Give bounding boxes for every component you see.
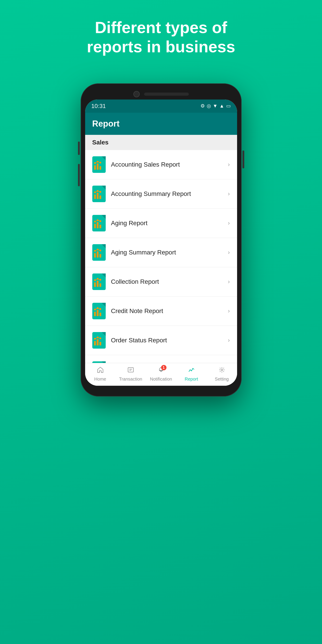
setting-icon xyxy=(218,367,226,375)
svg-rect-34 xyxy=(94,282,96,287)
chevron-icon-4: › xyxy=(228,249,230,256)
page-background-title: Different types ofreports in business xyxy=(45,18,277,56)
svg-rect-28 xyxy=(99,254,101,258)
report-item-accounting-summary[interactable]: Accounting Summary Report › xyxy=(85,179,237,209)
svg-rect-42 xyxy=(94,312,96,316)
phone-notch xyxy=(85,88,237,100)
app-header-title: Report xyxy=(92,119,230,128)
svg-rect-20 xyxy=(99,225,101,228)
front-camera xyxy=(133,91,140,97)
svg-rect-0 xyxy=(92,156,106,173)
chevron-icon-2: › xyxy=(228,190,230,197)
report-item-aging[interactable]: Aging Report › xyxy=(85,209,237,238)
section-header-label: Sales xyxy=(92,139,109,146)
report-icon-5 xyxy=(92,274,106,290)
report-item-aging-summary[interactable]: Aging Summary Report › xyxy=(85,238,237,267)
svg-rect-26 xyxy=(94,253,96,258)
svg-rect-4 xyxy=(99,166,101,170)
transaction-icon xyxy=(127,367,134,375)
svg-rect-66 xyxy=(129,370,131,370)
report-name-7: Order Status Report xyxy=(111,337,228,344)
home-icon xyxy=(97,367,104,375)
nav-label-setting: Setting xyxy=(215,376,229,382)
report-name-3: Aging Report xyxy=(111,220,228,227)
report-item-order-status[interactable]: Order Status Report › xyxy=(85,326,237,355)
svg-rect-35 xyxy=(97,281,98,287)
report-name-4: Aging Summary Report xyxy=(111,249,228,256)
report-name-6: Credit Note Report xyxy=(111,308,228,314)
svg-rect-16 xyxy=(92,215,106,232)
svg-point-68 xyxy=(190,370,191,370)
svg-rect-27 xyxy=(97,251,98,258)
nav-item-report[interactable]: Report xyxy=(176,366,207,382)
report-icon-6 xyxy=(92,303,106,319)
page-header: Different types ofreports in business xyxy=(0,0,322,70)
circle-icon: ◎ xyxy=(207,103,211,109)
svg-rect-44 xyxy=(99,312,101,316)
report-name-5: Collection Report xyxy=(111,278,228,285)
report-icon-8 xyxy=(92,361,106,363)
report-item-outstanding-so[interactable]: Outstanding SO Report › xyxy=(85,355,237,363)
svg-rect-64 xyxy=(128,368,133,372)
report-icon-2 xyxy=(92,186,106,202)
svg-rect-8 xyxy=(92,186,106,202)
nav-label-notification: Notification xyxy=(150,376,172,382)
volume-up-button xyxy=(78,142,80,155)
svg-rect-65 xyxy=(129,369,132,370)
signal-icon: ▲ xyxy=(219,103,224,109)
nav-label-report: Report xyxy=(185,376,198,382)
status-bar: 10:31 ⚙ ◎ ▼ ▲ ▭ xyxy=(85,100,237,113)
report-icon-3 xyxy=(92,215,106,232)
svg-rect-19 xyxy=(97,222,98,228)
phone-mockup: 10:31 ⚙ ◎ ▼ ▲ ▭ Report Sales xyxy=(81,84,242,396)
status-time: 10:31 xyxy=(91,103,106,110)
report-icon-7 xyxy=(92,332,106,348)
svg-rect-48 xyxy=(92,332,106,348)
svg-rect-3 xyxy=(97,164,98,170)
svg-rect-43 xyxy=(97,310,98,316)
nav-item-transaction[interactable]: Transaction xyxy=(115,366,146,382)
svg-rect-67 xyxy=(159,370,163,371)
svg-rect-12 xyxy=(99,196,101,199)
gear-status-icon: ⚙ xyxy=(200,103,205,109)
report-icon xyxy=(188,367,195,375)
svg-rect-32 xyxy=(92,274,106,290)
chevron-icon-6: › xyxy=(228,308,230,314)
svg-rect-51 xyxy=(97,339,98,346)
report-name-1: Accounting Sales Report xyxy=(111,161,228,168)
svg-rect-24 xyxy=(92,244,106,261)
svg-point-71 xyxy=(221,369,223,371)
notification-badge: 1 xyxy=(161,365,166,370)
nav-label-transaction: Transaction xyxy=(119,376,142,382)
nav-label-home: Home xyxy=(94,376,106,382)
status-icons: ⚙ ◎ ▼ ▲ ▭ xyxy=(200,103,231,109)
report-item-accounting-sales[interactable]: Accounting Sales Report › xyxy=(85,150,237,179)
nav-item-setting[interactable]: Setting xyxy=(207,366,237,382)
battery-icon: ▭ xyxy=(226,103,231,109)
report-icon-1 xyxy=(92,156,106,173)
svg-rect-52 xyxy=(99,342,101,346)
svg-rect-50 xyxy=(94,341,96,346)
phone-screen: 10:31 ⚙ ◎ ▼ ▲ ▭ Report Sales xyxy=(85,100,237,386)
svg-rect-10 xyxy=(94,194,96,199)
chevron-icon-7: › xyxy=(228,337,230,344)
nav-item-home[interactable]: Home xyxy=(85,366,115,382)
svg-rect-40 xyxy=(92,303,106,319)
chevron-icon-5: › xyxy=(228,278,230,285)
power-button xyxy=(243,150,244,168)
speaker xyxy=(144,92,189,96)
wifi-icon: ▼ xyxy=(213,103,218,109)
nav-item-notification[interactable]: 1 Notification xyxy=(146,366,176,382)
report-item-credit-note[interactable]: Credit Note Report › xyxy=(85,296,237,326)
svg-rect-36 xyxy=(99,283,101,287)
svg-point-70 xyxy=(192,368,193,369)
svg-point-69 xyxy=(191,370,192,371)
chevron-icon-1: › xyxy=(228,161,230,168)
svg-rect-2 xyxy=(94,165,96,170)
app-header: Report xyxy=(85,113,237,135)
svg-rect-11 xyxy=(97,193,98,199)
svg-rect-18 xyxy=(94,224,96,228)
report-icon-4 xyxy=(92,244,106,261)
chevron-icon-3: › xyxy=(228,220,230,226)
report-item-collection[interactable]: Collection Report › xyxy=(85,267,237,296)
